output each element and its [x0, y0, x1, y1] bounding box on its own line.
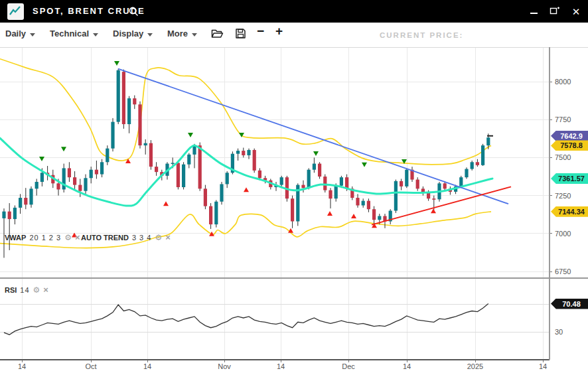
zoom-out-icon[interactable]: − — [257, 24, 264, 38]
svg-text:14: 14 — [277, 362, 285, 370]
candle — [8, 203, 11, 250]
close-icon[interactable]: × — [165, 234, 171, 242]
candle — [307, 168, 311, 189]
buy-signal-icon — [327, 211, 332, 216]
candle — [416, 177, 419, 191]
popout-button[interactable] — [550, 5, 560, 18]
sell-signal-icon — [39, 157, 44, 161]
svg-text:30: 30 — [555, 328, 563, 336]
svg-text:7250: 7250 — [555, 192, 571, 200]
trend-lines — [118, 69, 511, 225]
buy-signal-icon — [431, 208, 436, 213]
svg-text:7750: 7750 — [555, 115, 571, 123]
rsi-indicator-label: RSI14 ⚙ × — [5, 285, 48, 295]
candles-layer — [2, 69, 490, 258]
candle — [138, 102, 141, 149]
candle — [471, 161, 474, 171]
svg-text:14: 14 — [539, 362, 547, 370]
candle — [253, 149, 256, 173]
close-icon[interactable]: × — [75, 234, 80, 242]
candle — [68, 162, 71, 182]
candle — [367, 198, 370, 212]
candle — [19, 194, 22, 214]
candle — [90, 167, 93, 183]
menu-daily[interactable]: Daily — [5, 29, 35, 38]
svg-text:Dec: Dec — [342, 362, 355, 370]
chevron-down-icon — [147, 33, 153, 37]
candle — [329, 188, 332, 208]
svg-text:2025: 2025 — [467, 362, 483, 370]
search-icon[interactable] — [128, 6, 139, 20]
current-price-label: CURRENT PRICE: — [380, 31, 463, 39]
candle — [226, 171, 229, 188]
candle — [421, 187, 425, 196]
open-folder-icon[interactable] — [211, 28, 224, 42]
candle — [144, 139, 147, 155]
svg-text:7500: 7500 — [555, 153, 571, 161]
candle — [13, 205, 17, 224]
menu-display[interactable]: Display — [113, 29, 153, 38]
candle — [155, 162, 158, 176]
candle — [84, 175, 87, 194]
chart-svg: 8000775075007250700067503014Oct14Nov14De… — [0, 46, 588, 377]
svg-text:Oct: Oct — [85, 362, 96, 370]
candle — [476, 159, 479, 167]
gear-icon[interactable]: ⚙ — [64, 234, 72, 242]
candle — [62, 164, 66, 192]
candle — [400, 179, 403, 190]
candle — [394, 180, 398, 213]
sell-signal-icon — [114, 61, 119, 66]
zoom-in-icon[interactable]: + — [275, 24, 283, 38]
buy-signal-icon — [244, 187, 249, 192]
candle — [214, 200, 218, 227]
candle — [323, 175, 327, 192]
close-button[interactable]: ✕ — [571, 7, 581, 17]
price-tag: 7642.9 — [551, 131, 588, 141]
svg-text:Nov: Nov — [218, 362, 231, 370]
candle — [318, 162, 321, 179]
candle — [177, 161, 180, 189]
menu-technical[interactable]: Technical — [50, 29, 98, 38]
sell-signal-icon — [362, 163, 367, 167]
candle — [187, 153, 190, 169]
candle — [313, 157, 316, 173]
candle — [220, 182, 223, 204]
candle — [127, 96, 131, 133]
vwap-indicator-label: VWAP20 1 2 3 ⚙ × — [5, 233, 80, 242]
chevron-down-icon — [30, 33, 35, 37]
chevron-down-icon — [93, 33, 98, 37]
candle — [73, 171, 76, 189]
minimize-button[interactable] — [528, 5, 539, 17]
candle — [24, 188, 27, 209]
candle — [182, 162, 185, 189]
rsi-line — [4, 304, 488, 335]
candle — [111, 118, 114, 151]
axis-labels: 8000775075007250700067503014Oct14Nov14De… — [18, 78, 571, 370]
chart-area[interactable]: 8000775075007250700067503014Oct14Nov14De… — [0, 46, 588, 377]
candle — [356, 194, 359, 208]
candle — [122, 70, 125, 129]
candle — [133, 96, 136, 110]
candle — [465, 167, 468, 179]
candle — [389, 209, 392, 224]
price-tag: 7361.57 — [551, 173, 588, 184]
close-icon[interactable]: × — [43, 286, 48, 294]
candle — [291, 196, 294, 228]
candle — [100, 159, 104, 177]
buy-signal-icon — [163, 201, 169, 206]
save-icon[interactable] — [235, 28, 246, 42]
candle — [106, 145, 109, 165]
candle — [204, 185, 207, 210]
buy-signal-icon — [351, 214, 356, 218]
candle — [192, 144, 196, 169]
candle — [362, 198, 365, 208]
gear-icon[interactable]: ⚙ — [155, 234, 162, 242]
menu-more[interactable]: More — [167, 29, 197, 38]
chevron-down-icon — [192, 33, 197, 37]
gear-icon[interactable]: ⚙ — [33, 286, 40, 294]
candle — [149, 140, 153, 170]
candle — [29, 187, 33, 208]
candle — [209, 203, 212, 229]
candle — [35, 179, 38, 195]
candle — [350, 187, 354, 200]
